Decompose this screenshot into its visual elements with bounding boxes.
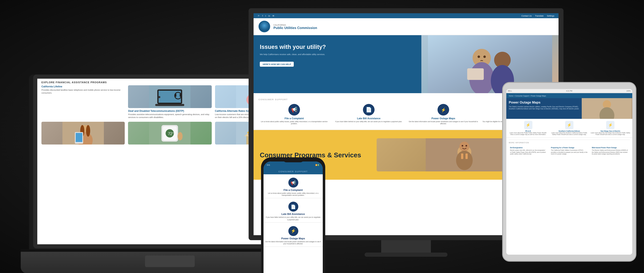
phone-bill-title[interactable]: Late Bill Assistance xyxy=(265,213,321,216)
hero-button[interactable]: HERE'S HOW WE CAN HELP xyxy=(260,61,294,66)
bill-icon: 📄 xyxy=(363,104,374,116)
bill-desc: If you have fallen behind on your utilit… xyxy=(333,120,404,123)
complaint-desc: Let us know about public safety issues, … xyxy=(258,120,330,125)
tablet-carrier: BELL xyxy=(508,90,512,92)
hero-title: Issues with your utility? xyxy=(260,43,415,50)
tablet-more-grid: De-Energization Electric power shut offs… xyxy=(509,145,630,157)
tablet-pge-desc: Learn more about the PG&E Public Safety … xyxy=(508,132,548,136)
tablet-battery: 100% xyxy=(626,90,630,92)
svg-rect-7 xyxy=(155,104,184,106)
outage-icon: ⚡ xyxy=(438,104,449,116)
translate-link[interactable]: Translate xyxy=(535,14,544,17)
tablet-more-prep-title[interactable]: Preparing for a Power Outage xyxy=(551,147,588,149)
tablet-breadcrumb-text[interactable]: Home > Consumer Support > Power Outage M… xyxy=(509,95,546,97)
bill-title[interactable]: Late Bill Assistance xyxy=(333,117,404,120)
laptop-card-lifeline-desc: Provides discounted landline basic telep… xyxy=(42,89,125,94)
phone-bill-icon: 📄 xyxy=(288,202,298,212)
agency-name: Public Utilities Commission xyxy=(274,26,317,30)
laptop-card-lifeline: California Lifeline Provides discounted … xyxy=(42,85,125,118)
laptop-card-4 xyxy=(42,122,125,146)
laptop-card-img-woman xyxy=(42,122,125,145)
tablet-hero-text: Power Outage Maps The State's investor-o… xyxy=(509,101,582,110)
tablet-hero-desc: The State's investor-owned electric util… xyxy=(509,106,582,110)
tablet-sdge-desc: Learn more about the San Diego Gas & Ele… xyxy=(591,132,630,136)
tablet-more-deenerg-desc: Electric power shut offs, referred to as… xyxy=(510,150,547,155)
tablet-status-bar: BELL 4:21 PM 100% xyxy=(506,89,632,93)
tablet-more-deenergization: De-Energization Electric power shut offs… xyxy=(509,145,548,157)
settings-link[interactable]: Settings xyxy=(547,14,554,17)
tablet-sce: ⚡ Southern California Edison Learn more … xyxy=(550,121,589,136)
tablet-more-title: MORE INFORMATION xyxy=(509,140,630,144)
phone-section-label: CONSUMER SUPPORT xyxy=(266,170,320,173)
phone-complaint-icon: 📢 xyxy=(288,178,298,188)
svg-point-49 xyxy=(483,55,486,58)
svg-point-54 xyxy=(462,145,464,147)
site-topbar-right: Contact Us Translate Settings xyxy=(522,14,554,17)
tablet-pge-icon: ⚡ xyxy=(524,121,532,129)
monitor-stand xyxy=(381,240,431,253)
tablet-more-prep-desc: The California Public Utilities Commissi… xyxy=(551,150,588,155)
tablet-more-web-title[interactable]: Web-based Power Plant Outage xyxy=(592,147,628,149)
tablet-sce-label[interactable]: Southern California Edison xyxy=(550,130,589,132)
laptop-card-img-laptop xyxy=(128,85,212,108)
tablet-hero-title: Power Outage Maps xyxy=(509,101,582,104)
laptop-card-ddtp-desc: Provides assistive telecommunications eq… xyxy=(128,113,212,118)
phone-outage-desc: Get the latest information and locate po… xyxy=(265,241,321,245)
tablet-body: BELL 4:21 PM 100% Home > Consumer Suppor… xyxy=(503,83,636,261)
social-icon-mail: ✉ xyxy=(272,14,274,17)
phone-notch xyxy=(283,157,304,162)
outage-title[interactable]: Power Outage Maps xyxy=(408,117,479,120)
agency-label: CALIFORNIA xyxy=(274,23,317,26)
phone-battery: 📶🔋 xyxy=(315,164,320,166)
site-topbar-left: 🏳 f t in ✉ xyxy=(258,14,274,17)
scene: EXPLORE FINANCIAL ASSISTANCE PROGRAMS xyxy=(0,0,644,273)
tablet-icons-row: ⚡ PG & E Learn more about the PG&E Publi… xyxy=(506,119,632,138)
site-header-text: CALIFORNIA Public Utilities Commission xyxy=(274,23,317,30)
svg-point-25 xyxy=(86,125,90,137)
tablet-content: BELL 4:21 PM 100% Home > Consumer Suppor… xyxy=(506,89,632,158)
svg-point-53 xyxy=(460,142,470,152)
tablet-pge-label[interactable]: PG & E xyxy=(508,130,548,132)
social-icon-in: in xyxy=(268,14,270,17)
phone-outage-icon: ⚡ xyxy=(288,226,298,236)
site-logo xyxy=(258,21,270,32)
phone-screen: 9:41 📶🔋 CONSUMER SUPPORT 📢 File a Compla… xyxy=(264,162,323,273)
svg-point-56 xyxy=(456,151,473,170)
social-icon-flag: 🏳 xyxy=(258,14,260,17)
phone: 9:41 📶🔋 CONSUMER SUPPORT 📢 File a Compla… xyxy=(261,157,325,273)
tablet-sdge-label[interactable]: San Diego Gas & Electric xyxy=(591,130,630,132)
monitor-base xyxy=(364,253,448,257)
tablet: BELL 4:21 PM 100% Home > Consumer Suppor… xyxy=(503,83,636,261)
svg-point-55 xyxy=(466,145,467,147)
tablet-more-webbased: Web-based Power Plant Outage The Electri… xyxy=(590,145,630,157)
contact-link[interactable]: Contact Us xyxy=(522,14,532,17)
svg-point-33 xyxy=(178,132,183,140)
tablet-more-info: MORE INFORMATION De-Energization Electri… xyxy=(506,138,632,158)
complaint-icon: 📢 xyxy=(288,104,300,116)
phone-time: 9:41 xyxy=(267,164,270,166)
laptop-card-ddtp: Deaf and Disabled Telecommunications (DD… xyxy=(128,85,212,118)
tablet-time: 4:21 PM xyxy=(566,90,572,92)
laptop-trackpad xyxy=(145,256,195,267)
support-outage: ⚡ Power Outage Maps Get the latest infor… xyxy=(408,104,479,125)
svg-rect-9 xyxy=(175,94,176,97)
laptop-card-ddtp-title[interactable]: Deaf and Disabled Telecommunications (DD… xyxy=(128,110,212,112)
phone-outage-title[interactable]: Power Outage Maps xyxy=(265,237,321,240)
phone-header-bar: CONSUMER SUPPORT xyxy=(264,166,323,174)
svg-point-48 xyxy=(478,55,480,58)
phone-complaint-title[interactable]: File a Complaint xyxy=(265,189,321,191)
svg-text:72°: 72° xyxy=(168,132,174,136)
site-logo-inner xyxy=(259,21,269,31)
phone-body: 9:41 📶🔋 CONSUMER SUPPORT 📢 File a Compla… xyxy=(261,157,325,273)
tablet-more-web-desc: The Electric Safety and Enforcement Divi… xyxy=(592,150,628,155)
svg-rect-57 xyxy=(461,154,464,159)
tablet-sdge-icon: ⚡ xyxy=(606,121,614,129)
complaint-title[interactable]: File a Complaint xyxy=(258,117,330,120)
tablet-more-deenerg-title[interactable]: De-Energization xyxy=(510,147,547,149)
support-bill: 📄 Late Bill Assistance If you have falle… xyxy=(333,104,404,125)
tablet-sce-icon: ⚡ xyxy=(565,121,574,129)
hero-desc: We help Californians receive safe, clean… xyxy=(260,53,415,56)
site-topbar: 🏳 f t in ✉ Contact Us Translate Settings xyxy=(254,13,558,18)
laptop-card-lifeline-title[interactable]: California Lifeline xyxy=(42,85,125,88)
tablet-screen: BELL 4:21 PM 100% Home > Consumer Suppor… xyxy=(506,89,632,255)
